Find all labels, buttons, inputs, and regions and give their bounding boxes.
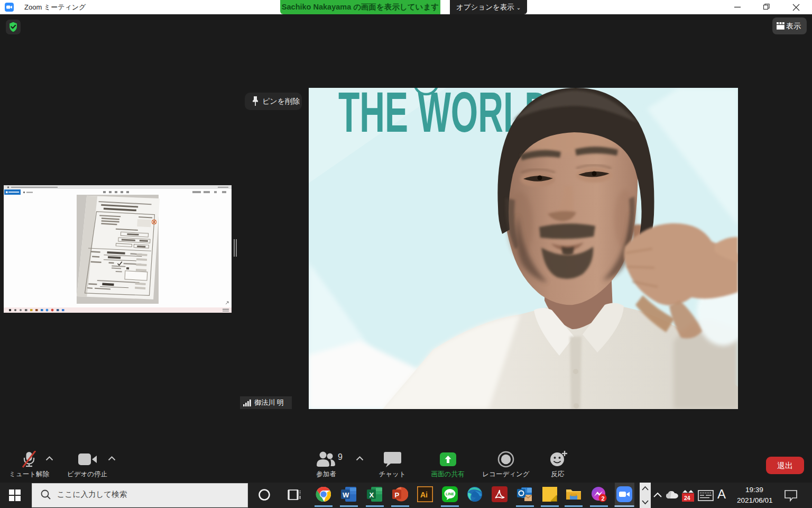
svg-text:2: 2	[602, 495, 605, 502]
svg-text:Ai: Ai	[420, 491, 428, 499]
svg-text:9: 9	[338, 452, 343, 461]
svg-text:P: P	[395, 491, 400, 499]
svg-text:X: X	[370, 491, 374, 499]
svg-text:24: 24	[684, 495, 690, 501]
svg-text:LINE: LINE	[446, 492, 454, 496]
svg-text:W: W	[343, 491, 349, 499]
